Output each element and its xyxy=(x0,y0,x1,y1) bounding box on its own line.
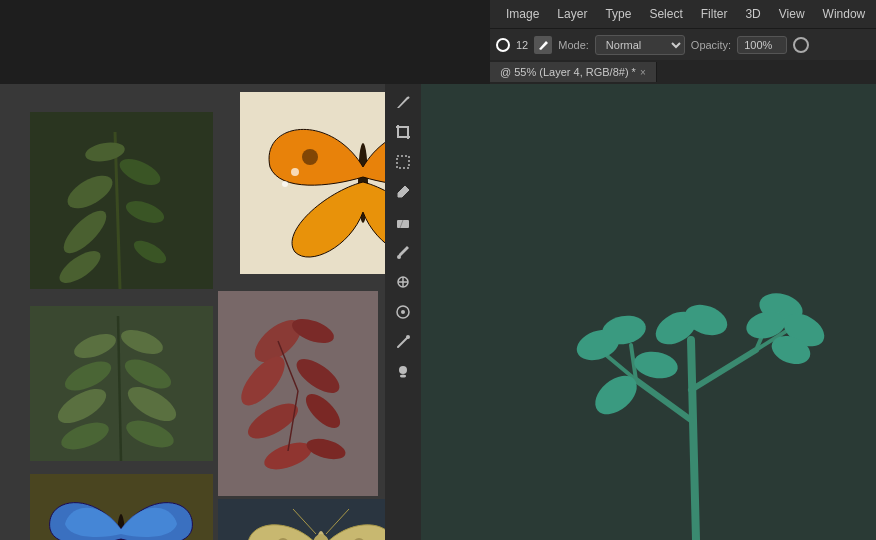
svg-point-11 xyxy=(302,149,318,165)
menu-bar: Image Layer Type Select Filter 3D View W… xyxy=(490,0,876,28)
svg-line-50 xyxy=(691,350,756,390)
svg-rect-65 xyxy=(397,156,409,168)
marquee-tool-button[interactable] xyxy=(389,148,417,176)
clone-tool-button[interactable] xyxy=(389,268,417,296)
crop-tool-button[interactable] xyxy=(389,118,417,146)
svg-point-76 xyxy=(400,375,406,378)
mode-label: Mode: xyxy=(558,39,589,51)
svg-point-73 xyxy=(401,310,405,314)
brush-mode-icon[interactable] xyxy=(534,36,552,54)
tab-title: @ 55% (Layer 4, RGB/8#) * xyxy=(500,66,636,78)
eyedropper-tool-button[interactable] xyxy=(389,178,417,206)
menu-select[interactable]: Select xyxy=(641,3,690,25)
brush-preview[interactable] xyxy=(496,38,510,52)
svg-point-13 xyxy=(291,168,299,176)
eraser-tool-button[interactable] xyxy=(389,208,417,236)
brush-size-value: 12 xyxy=(516,39,528,51)
svg-point-58 xyxy=(632,348,680,381)
tab-close-button[interactable]: × xyxy=(640,67,646,78)
menu-image[interactable]: Image xyxy=(498,3,547,25)
dodge-tool-button[interactable] xyxy=(389,358,417,386)
svg-point-74 xyxy=(406,335,410,339)
svg-point-75 xyxy=(399,366,407,374)
photo-leaves xyxy=(30,306,213,461)
blend-mode-select[interactable]: Normal Multiply Screen Overlay xyxy=(595,35,685,55)
tab-bar: @ 55% (Layer 4, RGB/8#) * × xyxy=(490,60,876,84)
photo-plant-1 xyxy=(30,112,213,289)
plant-illustration xyxy=(576,240,876,540)
right-panel xyxy=(421,84,876,540)
menu-view[interactable]: View xyxy=(771,3,813,25)
menu-layer[interactable]: Layer xyxy=(549,3,595,25)
menu-type[interactable]: Type xyxy=(597,3,639,25)
svg-point-15 xyxy=(282,181,288,187)
paint-brush-tool-button[interactable] xyxy=(389,238,417,266)
photo-blue-butterfly xyxy=(30,474,213,540)
svg-point-68 xyxy=(397,255,401,259)
svg-line-49 xyxy=(636,380,691,420)
menu-filter[interactable]: Filter xyxy=(693,3,736,25)
toolbar xyxy=(385,84,421,540)
opacity-label: Opacity: xyxy=(691,39,731,51)
options-bar: 12 Mode: Normal Multiply Screen Overlay … xyxy=(490,28,876,60)
canvas-area xyxy=(0,84,421,540)
svg-line-48 xyxy=(691,340,696,540)
document-tab[interactable]: @ 55% (Layer 4, RGB/8#) * × xyxy=(490,62,657,82)
brush-tool-button[interactable] xyxy=(389,88,417,116)
menu-window[interactable]: Window xyxy=(815,3,874,25)
opacity-input[interactable] xyxy=(737,36,787,54)
svg-rect-0 xyxy=(30,112,213,289)
smudge-tool-button[interactable] xyxy=(389,328,417,356)
menu-3d[interactable]: 3D xyxy=(737,3,768,25)
heal-tool-button[interactable] xyxy=(389,298,417,326)
photo-red-leaves xyxy=(218,291,378,496)
pressure-icon[interactable] xyxy=(793,37,809,53)
